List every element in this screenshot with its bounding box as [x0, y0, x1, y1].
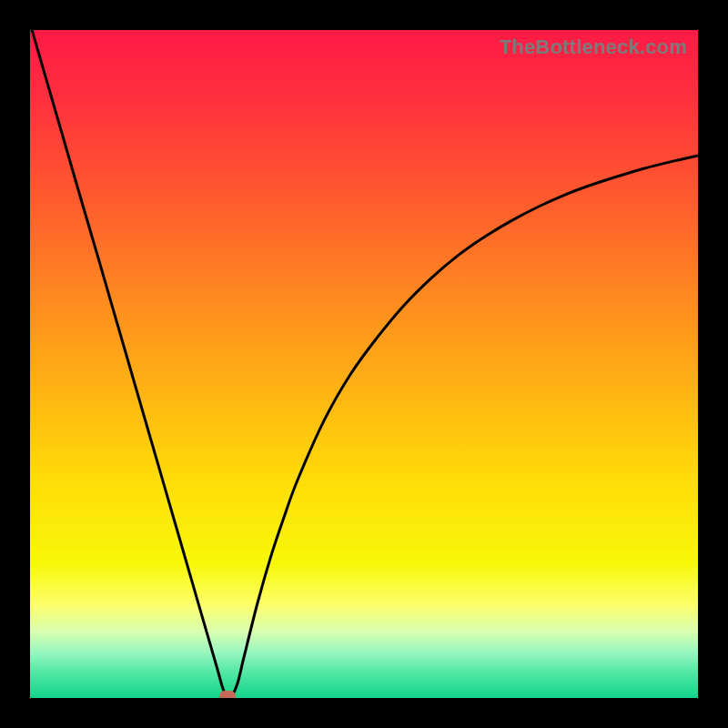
- chart-frame: TheBottleneck.com: [0, 0, 728, 728]
- optimal-point-marker: [219, 691, 236, 698]
- plot-area: TheBottleneck.com: [30, 30, 698, 698]
- bottleneck-curve: [30, 30, 698, 698]
- watermark-text: TheBottleneck.com: [500, 35, 687, 59]
